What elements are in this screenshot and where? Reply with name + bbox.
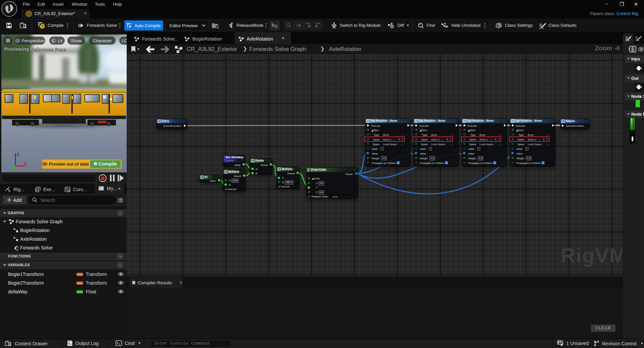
svg-text:Y: Y [13, 166, 16, 170]
svg-text:Z: Z [17, 153, 19, 157]
svg-text:?: ? [41, 24, 44, 28]
svg-text:X: X [24, 161, 27, 166]
